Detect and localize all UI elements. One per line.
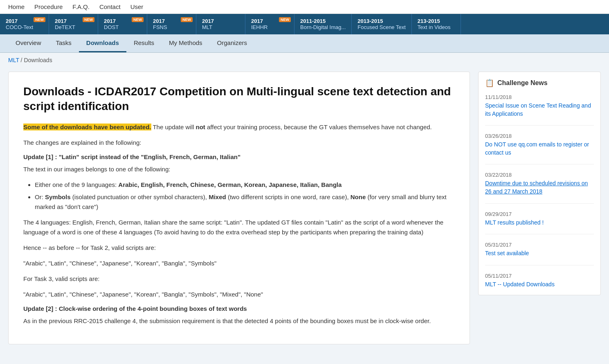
news-date-2: 03/26/2018 — [485, 133, 594, 139]
breadcrumb-mlt-link[interactable]: MLT — [8, 57, 19, 63]
update2-heading: Update [2] : Clock-wise ordering of the … — [23, 305, 455, 312]
tab-my-methods[interactable]: My Methods — [162, 34, 210, 52]
update2-text: As in the previous RRC-2015 challenge 4,… — [23, 316, 455, 326]
changes-intro: The changes are explained in the followi… — [23, 138, 455, 148]
news-link-3[interactable]: Downtime due to scheduled revisions on 2… — [485, 180, 594, 195]
bullet-symbols: Or: Symbols (isolated punctuation or oth… — [35, 192, 455, 212]
news-date-5: 05/31/2017 — [485, 242, 594, 248]
highlight-text: Some of the downloads have been updated. — [23, 124, 151, 130]
comp-born-digital[interactable]: 2011-2015 Born-Digital Imag... — [294, 14, 352, 34]
tab-overview[interactable]: Overview — [8, 34, 49, 52]
news-title-text: Challenge News — [497, 79, 548, 87]
update-notice: Some of the downloads have been updated.… — [23, 122, 455, 132]
news-item-4: 09/29/2017 MLT results published ! — [485, 211, 594, 235]
news-icon: 📋 — [485, 79, 494, 88]
news-item-5: 05/31/2017 Test set available — [485, 242, 594, 265]
news-item-6: 05/11/2017 MLT -- Updated Downloads — [485, 273, 594, 289]
lang-explanation: The 4 languages: English, French, German… — [23, 218, 455, 237]
news-date-4: 09/29/2017 — [485, 211, 594, 217]
nav-faq[interactable]: F.A.Q. — [72, 3, 90, 10]
task3-intro: For Task 3, valid scripts are: — [23, 274, 455, 284]
breadcrumb-current: Downloads — [24, 57, 52, 63]
news-item-1: 11/11/2018 Special Issue on Scene Text R… — [485, 94, 594, 126]
update1-text: The text in our images belongs to one of… — [23, 164, 455, 174]
news-link-5[interactable]: Test set available — [485, 249, 594, 258]
sidebar: 📋 Challenge News 11/11/2018 Special Issu… — [478, 72, 601, 344]
news-date-6: 05/11/2017 — [485, 273, 594, 279]
competition-bar: 2017 COCO-Text NEW 2017 DeTEXT NEW 2017 … — [0, 14, 609, 34]
top-navigation: Home Procedure F.A.Q. Contact User — [0, 0, 609, 14]
tab-results[interactable]: Results — [126, 34, 162, 52]
tab-organizers[interactable]: Organizers — [210, 34, 254, 52]
tab-tasks[interactable]: Tasks — [49, 34, 79, 52]
comp-detext[interactable]: 2017 DeTEXT NEW — [49, 14, 98, 34]
none-bold: None — [351, 193, 366, 200]
tab-downloads[interactable]: Downloads — [79, 34, 126, 52]
news-link-2[interactable]: Do NOT use qq.com emails to register or … — [485, 141, 594, 157]
bullet-languages: Either one of the 9 languages: Arabic, E… — [35, 180, 455, 190]
comp-fsns[interactable]: 2017 FSNS NEW — [147, 14, 196, 34]
challenge-news-title: 📋 Challenge News — [485, 79, 594, 88]
script-list: Either one of the 9 languages: Arabic, E… — [23, 180, 455, 212]
nav-procedure[interactable]: Procedure — [34, 3, 63, 10]
task3-scripts: "Arabic", "Latin", "Chinese", "Japanese"… — [23, 290, 455, 299]
news-date-1: 11/11/2018 — [485, 94, 594, 100]
task2-scripts: "Arabic", "Latin", "Chinese", "Japanese"… — [23, 258, 455, 268]
nav-user[interactable]: User — [130, 3, 144, 10]
breadcrumb-separator: / — [21, 57, 22, 63]
mixed-bold: Mixed — [209, 193, 226, 200]
news-link-1[interactable]: Special Issue on Scene Text Reading and … — [485, 102, 594, 118]
content-card: Downloads - ICDAR2017 Competition on Mul… — [8, 72, 470, 344]
news-item-2: 03/26/2018 Do NOT use qq.com emails to r… — [485, 133, 594, 164]
comp-dost[interactable]: 2017 DOST NEW — [98, 14, 147, 34]
comp-text-videos[interactable]: 213-2015 Text in Videos — [412, 14, 461, 34]
page-title: Downloads - ICDAR2017 Competition on Mul… — [23, 84, 455, 114]
comp-coco-text[interactable]: 2017 COCO-Text NEW — [0, 14, 49, 34]
news-date-3: 03/22/2018 — [485, 172, 594, 178]
hence-text: Hence -- as before -- for Task 2, valid … — [23, 243, 455, 253]
breadcrumb: MLT / Downloads — [0, 53, 609, 67]
main-layout: Downloads - ICDAR2017 Competition on Mul… — [0, 67, 609, 361]
bold-not: not — [196, 124, 205, 130]
news-link-6[interactable]: MLT -- Updated Downloads — [485, 281, 594, 289]
nav-contact[interactable]: Contact — [99, 3, 121, 10]
nav-home[interactable]: Home — [8, 3, 25, 10]
comp-iehhr[interactable]: 2017 IEHHR NEW — [245, 14, 294, 34]
update1-heading: Update [1] : "Latin" script instead of t… — [23, 153, 455, 160]
languages-bold: Arabic, English, French, Chinese, German… — [118, 181, 342, 188]
comp-focused-scene[interactable]: 2013-2015 Focused Scene Text — [352, 14, 412, 34]
challenge-news-box: 📋 Challenge News 11/11/2018 Special Issu… — [478, 72, 601, 295]
comp-mlt[interactable]: 2017 MLT — [196, 14, 245, 34]
tabs-bar: Overview Tasks Downloads Results My Meth… — [0, 34, 609, 53]
news-item-3: 03/22/2018 Downtime due to scheduled rev… — [485, 172, 594, 203]
symbols-bold: Symbols — [45, 193, 71, 200]
news-link-4[interactable]: MLT results published ! — [485, 219, 594, 227]
